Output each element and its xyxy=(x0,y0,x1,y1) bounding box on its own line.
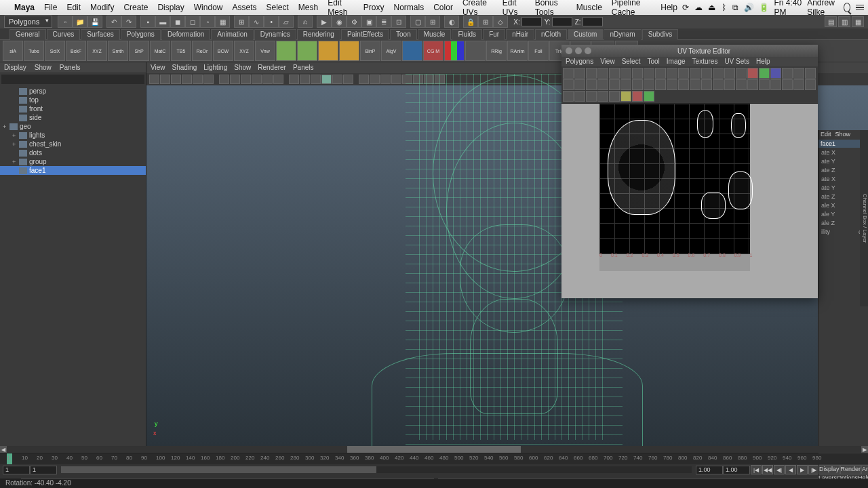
menu-display[interactable]: Display xyxy=(153,3,189,12)
play-fwd-button[interactable]: ▶ xyxy=(797,465,808,474)
snap-grid-button[interactable]: ⊞ xyxy=(234,16,249,28)
tab-ndynam[interactable]: nDynam xyxy=(604,29,641,40)
uv-menu-image[interactable]: Image xyxy=(667,58,686,66)
uv-shell-scalp1[interactable] xyxy=(697,110,713,138)
uv-tool-39[interactable] xyxy=(759,79,770,90)
uv-tool-34[interactable] xyxy=(701,79,712,90)
shelf-btn-24[interactable]: RAnim xyxy=(507,41,528,61)
uv-tool-27[interactable] xyxy=(620,79,631,90)
vp-tool-4[interactable] xyxy=(193,75,203,84)
redo-button[interactable]: ↷ xyxy=(121,16,136,28)
uv-tool-37[interactable] xyxy=(736,79,747,90)
shelf-btn-9[interactable]: ReOr xyxy=(192,41,212,61)
shelf-btn-5[interactable]: Smth xyxy=(108,41,128,61)
bluetooth-icon[interactable]: ᛒ xyxy=(721,3,727,12)
hypershade-button[interactable]: ◐ xyxy=(444,16,459,28)
shelf-btn-4[interactable]: XYZ xyxy=(87,41,107,61)
uv-menu-tool[interactable]: Tool xyxy=(647,58,659,66)
snap-curve-button[interactable]: ∿ xyxy=(249,16,264,28)
tab-ncloth[interactable]: nCloth xyxy=(535,29,567,40)
outliner-node-face1[interactable]: face1 xyxy=(0,166,146,175)
uv-tool-0[interactable] xyxy=(563,68,574,79)
coord-z-field[interactable] xyxy=(583,17,603,26)
volume-icon[interactable]: 🔊 xyxy=(744,3,753,12)
menu-mesh[interactable]: Mesh xyxy=(294,3,323,12)
tab-toon[interactable]: Toon xyxy=(390,29,417,40)
shelf-btn-3[interactable]: BckF xyxy=(66,41,86,61)
shelf-btn-19[interactable] xyxy=(402,41,422,61)
ipr-button[interactable]: ◉ xyxy=(332,16,347,28)
outliner-node-group[interactable]: +group xyxy=(0,157,146,166)
play-end-field[interactable]: 1.00 xyxy=(696,466,723,474)
render-pass-button[interactable]: ⊡ xyxy=(391,16,406,28)
uv-tool-40[interactable] xyxy=(770,79,781,90)
shelf-btn-14[interactable] xyxy=(297,41,317,61)
tab-fur[interactable]: Fur xyxy=(483,29,505,40)
menu-window[interactable]: Window xyxy=(189,3,228,12)
uv-shell-ear1[interactable] xyxy=(701,192,726,219)
snap-point-button[interactable]: • xyxy=(264,16,279,28)
uv-tool-46[interactable] xyxy=(586,91,597,102)
shelf-btn-18[interactable]: AlgV xyxy=(381,41,401,61)
shelf-btn-25[interactable]: Foll xyxy=(528,41,549,61)
tab-general[interactable]: General xyxy=(9,29,46,40)
tab-anim[interactable]: Anim xyxy=(861,465,868,474)
uv-tool-7[interactable] xyxy=(644,68,654,79)
menu-assets[interactable]: Assets xyxy=(227,3,261,12)
play-back-button[interactable]: ◀ xyxy=(785,465,796,474)
uv-menu-polygons[interactable]: Polygons xyxy=(566,58,593,66)
uv-tool-21[interactable] xyxy=(805,68,816,79)
uv-tool-24[interactable] xyxy=(586,79,597,90)
tab-render[interactable]: Render xyxy=(840,465,862,474)
tab-painteffects[interactable]: PaintEffects xyxy=(341,29,389,40)
cb-menu-edit[interactable]: Edit xyxy=(821,131,831,139)
uv-tool-47[interactable] xyxy=(597,91,608,102)
uv-tool-25[interactable] xyxy=(597,79,608,90)
uv-tool-49[interactable] xyxy=(620,91,631,102)
shelf-btn-0[interactable]: slA xyxy=(3,41,23,61)
uv-shell-scalp2[interactable] xyxy=(731,113,746,138)
uv-tool-36[interactable] xyxy=(724,79,735,90)
uv-canvas[interactable]: 00.10.20.30.40.50.60.70.80.91 xyxy=(561,104,818,298)
uv-shell-face[interactable] xyxy=(608,120,675,215)
shelf-btn-17[interactable]: BinP xyxy=(360,41,380,61)
uv-min-button[interactable] xyxy=(575,47,582,54)
vp-menu-shading[interactable]: Shading xyxy=(172,64,197,72)
render-view-button[interactable]: ▣ xyxy=(361,16,376,28)
uv-tool-20[interactable] xyxy=(793,68,804,79)
menu-modify[interactable]: Modify xyxy=(85,3,119,12)
vp-menu-view[interactable]: View xyxy=(151,64,165,72)
shelf-btn-13[interactable] xyxy=(276,41,296,61)
step-back-button[interactable]: ◀◀ xyxy=(762,465,773,474)
outliner-node-geo[interactable]: +geo xyxy=(0,122,146,131)
tab-subdivs[interactable]: Subdivs xyxy=(642,29,679,40)
menu-create[interactable]: Create xyxy=(119,3,153,12)
eject-icon[interactable]: ⏏ xyxy=(708,3,715,12)
shelf-btn-23[interactable]: RRig xyxy=(486,41,507,61)
range-start-field[interactable]: 1 xyxy=(3,466,30,474)
uv-tool-41[interactable] xyxy=(782,79,793,90)
uv-tool-4[interactable] xyxy=(609,68,620,79)
uv-titlebar[interactable]: UV Texture Editor xyxy=(561,45,818,57)
undo-button[interactable]: ↶ xyxy=(106,16,121,28)
open-scene-button[interactable]: 📁 xyxy=(73,16,87,28)
vp-tool-12[interactable] xyxy=(289,75,299,84)
vp-tool-14[interactable] xyxy=(311,75,321,84)
vp-tool-8[interactable] xyxy=(241,75,251,84)
tab-animation[interactable]: Animation xyxy=(211,29,253,40)
menu-normals[interactable]: Normals xyxy=(389,3,429,12)
range-slider-bar[interactable] xyxy=(61,466,692,473)
misc-button[interactable]: ◇ xyxy=(493,16,508,28)
outliner-node-dots[interactable]: dots xyxy=(0,148,146,157)
vp-tool-0[interactable] xyxy=(149,75,159,84)
uv-menu-select[interactable]: Select xyxy=(622,58,641,66)
range-end-field[interactable]: 1.00 xyxy=(723,466,750,474)
shelf-btn-11[interactable]: XYZ xyxy=(234,41,254,61)
uv-tool-10[interactable] xyxy=(678,68,689,79)
grid-button[interactable]: ⊞ xyxy=(478,16,493,28)
uv-close-button[interactable] xyxy=(566,47,572,54)
time-scrub[interactable]: 1102030405060708090100120140160180200220… xyxy=(0,453,868,464)
layout-four-button[interactable]: ⊞ xyxy=(425,16,440,28)
tool-settings-toggle[interactable]: ▥ xyxy=(838,16,850,27)
uv-tool-32[interactable] xyxy=(678,79,689,90)
